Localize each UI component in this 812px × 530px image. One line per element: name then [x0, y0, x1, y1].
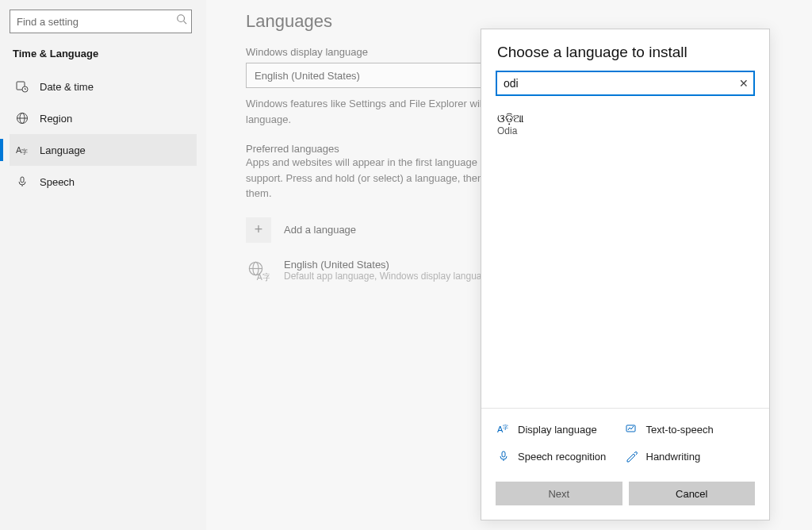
svg-line-1 — [184, 21, 187, 25]
install-language-dialog: Choose a language to install ✕ ଓଡ଼ିଆ Odi… — [481, 29, 770, 520]
language-entry-subtitle: Default app language, Windows display la… — [284, 271, 492, 282]
svg-text:字: 字 — [503, 424, 508, 430]
nav-section-title: Time & Language — [10, 48, 197, 60]
language-entry-texts: English (United States) Default app lang… — [284, 259, 492, 282]
language-globe-icon: A字 — [246, 259, 271, 284]
language-result-item[interactable]: ଓଡ଼ିଆ Odia — [496, 107, 755, 141]
language-result-english: Odia — [497, 125, 753, 136]
feature-text-to-speech: Text-to-speech — [626, 418, 754, 440]
display-language-value: English (United States) — [255, 70, 360, 82]
clock-calendar-icon — [16, 80, 29, 93]
language-results-list: ଓଡ଼ିଆ Odia — [481, 104, 769, 408]
feature-handwriting: Handwriting — [626, 445, 754, 467]
sidebar-item-label: Date & time — [40, 81, 94, 93]
sidebar-item-label: Language — [40, 144, 86, 156]
add-language-label: Add a language — [284, 224, 356, 236]
search-input[interactable] — [10, 10, 192, 33]
language-search-input[interactable] — [496, 71, 755, 96]
microphone-icon — [16, 175, 29, 188]
feature-label: Speech recognition — [518, 451, 606, 463]
clear-search-icon[interactable]: ✕ — [739, 77, 749, 90]
language-result-native: ଓଡ଼ିଆ — [497, 112, 753, 125]
plus-icon: + — [246, 217, 271, 243]
svg-rect-21 — [502, 451, 505, 457]
cancel-button[interactable]: Cancel — [629, 482, 756, 505]
feature-label: Text-to-speech — [646, 424, 714, 436]
next-button[interactable]: Next — [496, 482, 622, 505]
sidebar-item-label: Speech — [40, 176, 75, 188]
sidebar-item-label: Region — [40, 113, 72, 125]
language-entry-name: English (United States) — [284, 259, 492, 271]
handwriting-icon — [626, 450, 638, 463]
svg-point-0 — [178, 15, 185, 22]
language-icon: A字 — [16, 144, 29, 156]
svg-text:A字: A字 — [257, 271, 270, 281]
feature-label: Handwriting — [646, 451, 701, 463]
settings-sidebar: Time & Language Date & time Region A字 La… — [0, 0, 206, 530]
feature-display-language: A字 Display language — [497, 418, 626, 440]
tts-icon — [626, 423, 638, 436]
dialog-features: A字 Display language Text-to-speech Speec… — [481, 409, 769, 474]
dialog-actions: Next Cancel — [481, 474, 769, 520]
globe-icon — [16, 112, 29, 125]
feature-speech-recognition: Speech recognition — [497, 445, 626, 467]
sidebar-item-region[interactable]: Region — [10, 102, 197, 134]
sidebar-item-language[interactable]: A字 Language — [10, 134, 197, 166]
sidebar-item-speech[interactable]: Speech — [10, 166, 197, 198]
svg-rect-9 — [21, 177, 24, 182]
sidebar-item-date-time[interactable]: Date & time — [10, 71, 197, 102]
display-language-icon: A字 — [497, 423, 510, 436]
dialog-title: Choose a language to install — [481, 29, 769, 71]
svg-text:字: 字 — [21, 148, 28, 156]
dialog-search: ✕ — [496, 71, 755, 96]
search-icon — [176, 13, 187, 25]
mic-icon — [497, 450, 510, 463]
feature-label: Display language — [518, 424, 597, 436]
search-box — [10, 10, 192, 33]
